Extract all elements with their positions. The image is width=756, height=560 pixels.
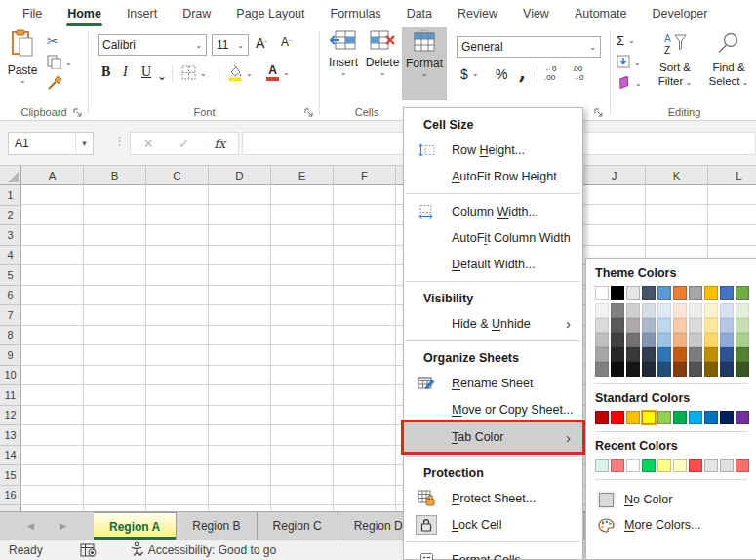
theme-color-swatch-2[interactable] xyxy=(626,286,640,300)
theme-variant-swatch-0-3[interactable] xyxy=(595,347,609,362)
more-colors-item[interactable]: More Colors... xyxy=(595,512,756,538)
theme-color-swatch-9[interactable] xyxy=(736,286,749,300)
delete-caret-icon[interactable]: ⌄ xyxy=(379,69,386,77)
theme-variant-swatch-0-0[interactable] xyxy=(595,303,609,318)
standard-color-swatch-8[interactable] xyxy=(720,411,734,424)
ribbon-tab-automate[interactable]: Automate xyxy=(562,0,640,27)
menu-item-protect-sheet[interactable]: Protect Sheet... xyxy=(404,485,582,511)
copy-button[interactable]: ⌄ xyxy=(47,55,72,72)
theme-variant-swatch-8-0[interactable] xyxy=(720,303,734,318)
theme-color-swatch-0[interactable] xyxy=(595,286,609,300)
accessibility-status[interactable]: Accessibility: Good to go xyxy=(130,541,276,559)
standard-color-swatch-5[interactable] xyxy=(673,411,687,424)
standard-color-swatch-2[interactable] xyxy=(626,411,640,424)
theme-variant-swatch-4-3[interactable] xyxy=(657,347,671,362)
enter-icon[interactable]: ✓ xyxy=(179,137,189,151)
font-color-caret-icon[interactable]: ⌄ xyxy=(283,69,290,77)
theme-variant-swatch-1-2[interactable] xyxy=(611,333,624,347)
row-header-1[interactable]: 1 xyxy=(0,185,21,206)
theme-color-swatch-6[interactable] xyxy=(689,286,702,300)
paste-caret-icon[interactable]: ⌄ xyxy=(20,77,26,85)
number-dialog-launcher-icon[interactable] xyxy=(594,105,606,117)
theme-variant-swatch-3-2[interactable] xyxy=(642,333,656,347)
theme-variant-swatch-4-2[interactable] xyxy=(657,333,671,347)
row-header-6[interactable]: 6 xyxy=(0,286,21,306)
italic-button[interactable]: I xyxy=(123,64,128,80)
sheet-tab-region-a[interactable]: Region A xyxy=(94,512,177,540)
standard-color-swatch-0[interactable] xyxy=(595,411,609,424)
formula-bar-grip-icon[interactable]: ⋮ xyxy=(113,134,126,148)
grow-font-button[interactable]: Aˆ xyxy=(256,35,267,51)
menu-item-format-cells[interactable]: Format Cells... xyxy=(404,546,582,560)
accounting-format-button[interactable]: $ ⌄ xyxy=(460,66,479,82)
ribbon-tab-developer[interactable]: Developer xyxy=(639,0,720,27)
menu-item-lock-cell[interactable]: Lock Cell xyxy=(404,511,582,538)
theme-variant-swatch-8-3[interactable] xyxy=(720,347,734,362)
name-box[interactable]: A1 ▼ xyxy=(8,132,94,155)
font-dialog-launcher-icon[interactable] xyxy=(304,105,316,117)
theme-variant-swatch-0-1[interactable] xyxy=(595,318,609,333)
shrink-font-button[interactable]: Aˇ xyxy=(281,35,292,49)
recent-color-swatch-2[interactable] xyxy=(626,459,640,472)
theme-variant-swatch-1-4[interactable] xyxy=(611,362,624,377)
recent-color-swatch-6[interactable] xyxy=(689,459,702,472)
menu-item-column-width[interactable]: Column Width... xyxy=(404,198,582,224)
ribbon-tab-draw[interactable]: Draw xyxy=(170,0,223,27)
column-header-L[interactable]: L xyxy=(708,166,756,185)
no-color-item[interactable]: No Color xyxy=(595,487,756,512)
theme-variant-swatch-0-2[interactable] xyxy=(595,333,609,347)
copy-caret-icon[interactable]: ⌄ xyxy=(65,60,72,67)
theme-color-swatch-7[interactable] xyxy=(704,286,718,300)
find-select-button[interactable]: Find & Select ⌄ xyxy=(702,31,755,89)
theme-variant-swatch-7-2[interactable] xyxy=(704,333,718,347)
menu-item-hide-unhide[interactable]: Hide & Unhide› xyxy=(404,310,582,337)
theme-color-swatch-5[interactable] xyxy=(673,286,687,300)
theme-variant-swatch-2-1[interactable] xyxy=(626,318,640,333)
theme-color-swatch-3[interactable] xyxy=(642,286,656,300)
theme-variant-swatch-8-1[interactable] xyxy=(720,318,734,333)
row-header-11[interactable]: 11 xyxy=(0,385,21,406)
recent-color-swatch-7[interactable] xyxy=(704,459,718,472)
fill-color-button[interactable]: ⌄ xyxy=(227,64,253,84)
sheet-nav-right-icon[interactable]: ▶ xyxy=(60,521,66,531)
row-header-14[interactable]: 14 xyxy=(0,446,21,466)
ribbon-tab-insert[interactable]: Insert xyxy=(114,0,170,27)
select-all-corner[interactable] xyxy=(0,166,21,185)
number-format-combo[interactable]: General ⌄ xyxy=(457,36,601,58)
font-name-caret-icon[interactable]: ⌄ xyxy=(195,41,202,50)
theme-variant-swatch-4-4[interactable] xyxy=(657,362,671,377)
recent-color-swatch-4[interactable] xyxy=(657,459,671,472)
theme-variant-swatch-3-1[interactable] xyxy=(642,318,656,333)
theme-variant-swatch-9-2[interactable] xyxy=(736,333,749,347)
column-header-A[interactable]: A xyxy=(21,166,84,185)
recent-color-swatch-9[interactable] xyxy=(736,459,749,472)
theme-variant-swatch-5-3[interactable] xyxy=(673,347,687,362)
theme-variant-swatch-2-4[interactable] xyxy=(626,362,640,377)
standard-color-swatch-4[interactable] xyxy=(657,411,671,424)
row-header-13[interactable]: 13 xyxy=(0,425,21,446)
theme-variant-swatch-0-4[interactable] xyxy=(595,362,609,377)
row-header-9[interactable]: 9 xyxy=(0,345,21,366)
row-header-10[interactable]: 10 xyxy=(0,366,21,386)
font-color-button[interactable]: A ⌄ xyxy=(266,64,290,81)
menu-item-autofit-column-width[interactable]: AutoFit Column Width xyxy=(404,224,582,251)
row-header-8[interactable]: 8 xyxy=(0,326,21,346)
column-header-E[interactable]: E xyxy=(271,166,334,185)
insert-function-icon[interactable]: fx xyxy=(214,137,225,151)
cut-button[interactable]: ✂ xyxy=(47,33,59,49)
column-header-F[interactable]: F xyxy=(334,166,396,185)
column-header-B[interactable]: B xyxy=(84,166,146,185)
fill-button[interactable]: ⌄ xyxy=(617,55,641,71)
autosum-caret-icon[interactable]: ⌄ xyxy=(628,37,635,45)
cancel-icon[interactable]: ✕ xyxy=(143,137,154,151)
font-name-combo[interactable]: Calibri ⌄ xyxy=(98,34,207,56)
theme-variant-swatch-3-3[interactable] xyxy=(642,347,656,362)
row-header-15[interactable]: 15 xyxy=(0,465,21,486)
ribbon-tab-formulas[interactable]: Formulas xyxy=(318,0,394,27)
sheet-nav-left-icon[interactable]: ◀ xyxy=(27,521,34,531)
theme-variant-swatch-4-1[interactable] xyxy=(657,318,671,333)
recent-color-swatch-5[interactable] xyxy=(673,459,687,472)
column-header-K[interactable]: K xyxy=(646,166,708,185)
theme-variant-swatch-7-0[interactable] xyxy=(704,303,718,318)
ribbon-tab-data[interactable]: Data xyxy=(394,0,445,27)
